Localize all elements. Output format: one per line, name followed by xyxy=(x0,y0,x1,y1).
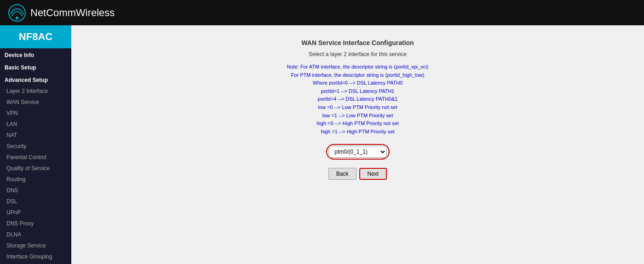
sidebar-item-dns[interactable]: DNS xyxy=(0,185,71,196)
sidebar-item-parental-control[interactable]: Parental Control xyxy=(0,152,71,163)
next-button[interactable]: Next xyxy=(359,168,387,180)
config-title: WAN Service Interface Configuration xyxy=(301,39,414,46)
sidebar-item-qos[interactable]: Quality of Service xyxy=(0,163,71,174)
logo-light: Wireless xyxy=(76,7,115,18)
sidebar-item-basic-setup[interactable]: Basic Setup xyxy=(0,61,71,73)
sidebar-item-lan[interactable]: LAN xyxy=(0,119,71,130)
sidebar-item-advanced-setup[interactable]: Advanced Setup xyxy=(0,73,71,86)
sidebar-item-storage-service[interactable]: Storage Service xyxy=(0,240,71,251)
sidebar-item-dlna[interactable]: DLNA xyxy=(0,229,71,240)
sidebar-item-dns-proxy[interactable]: DNS Proxy xyxy=(0,218,71,229)
content-area: WAN Service Interface Configuration Sele… xyxy=(71,25,644,264)
logo-bold: NetComm xyxy=(30,7,76,18)
sidebar-item-wan-service[interactable]: WAN Service xyxy=(0,97,71,108)
netcomm-logo-icon xyxy=(8,4,26,22)
header: NetCommWireless xyxy=(0,0,644,25)
button-row: Back Next xyxy=(328,168,387,180)
sidebar-item-upnp[interactable]: UPnP xyxy=(0,207,71,218)
logo-text: NetCommWireless xyxy=(30,7,115,19)
sidebar-brand: NF8AC xyxy=(0,25,71,48)
sidebar-item-ip-tunnel[interactable]: IP Tunnel xyxy=(0,262,71,264)
config-notes: Note: For ATM interface, the descriptor … xyxy=(287,63,429,136)
sidebar-item-device-info[interactable]: Device Info xyxy=(0,48,71,61)
sidebar-item-interface-grouping[interactable]: Interface Grouping xyxy=(0,251,71,262)
sidebar-item-layer2-interface[interactable]: Layer 2 Interface xyxy=(0,86,71,97)
sidebar-item-routing[interactable]: Routing xyxy=(0,174,71,185)
sidebar-item-nat[interactable]: NAT xyxy=(0,130,71,141)
back-button[interactable]: Back xyxy=(328,168,356,180)
svg-point-1 xyxy=(16,17,18,19)
sidebar-item-security[interactable]: Security xyxy=(0,141,71,152)
main-layout: NF8AC Device Info Basic Setup Advanced S… xyxy=(0,25,644,264)
interface-select-wrapper: ptm0/(0_1_1) xyxy=(326,144,390,160)
config-box: WAN Service Interface Configuration Sele… xyxy=(197,39,519,180)
sidebar: NF8AC Device Info Basic Setup Advanced S… xyxy=(0,25,71,264)
sidebar-item-vpn[interactable]: VPN xyxy=(0,108,71,119)
interface-select[interactable]: ptm0/(0_1_1) xyxy=(329,146,387,158)
config-subtitle: Select a layer 2 interface for this serv… xyxy=(309,51,407,57)
sidebar-item-dsl[interactable]: DSL xyxy=(0,196,71,207)
